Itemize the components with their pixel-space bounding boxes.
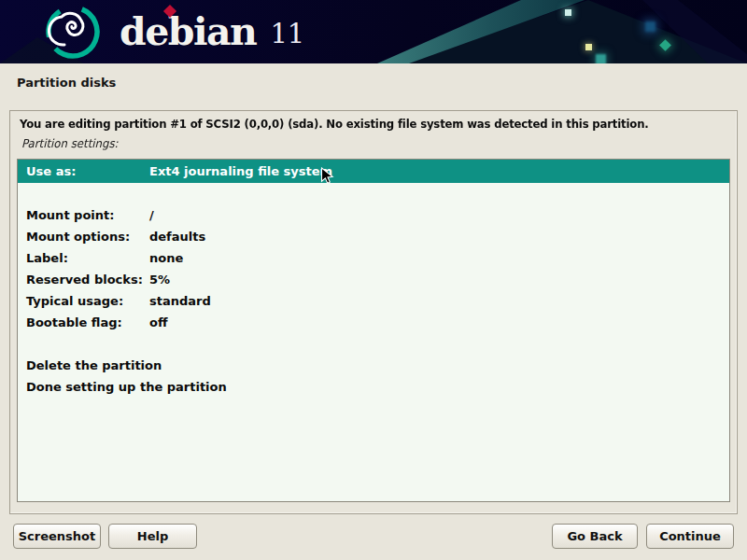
settings-row-delete-partition[interactable]: Delete the partition <box>18 355 729 376</box>
mouse-cursor-icon <box>320 167 334 185</box>
settings-row-spacer <box>18 333 729 355</box>
settings-row-done-setting-up[interactable]: Done setting up the partition <box>18 376 729 398</box>
row-label: Reserved blocks: <box>26 269 143 290</box>
row-value: none <box>149 247 183 269</box>
continue-button[interactable]: Continue <box>646 524 734 549</box>
brand-version: 11 <box>270 18 304 49</box>
brand-name: debian <box>120 9 256 54</box>
row-label: Done setting up the partition <box>26 376 227 398</box>
row-value: standard <box>149 290 211 312</box>
help-button[interactable]: Help <box>108 524 197 549</box>
screenshot-button[interactable]: Screenshot <box>13 524 101 549</box>
brand-wordmark: debian11 <box>120 7 304 56</box>
settings-row-typical-usage[interactable]: Typical usage: standard <box>18 290 729 312</box>
settings-row-bootable-flag[interactable]: Bootable flag: off <box>18 312 729 333</box>
partition-edit-panel: You are editing partition #1 of SCSI2 (0… <box>9 110 738 514</box>
glow-square-white <box>565 9 571 16</box>
settings-row-reserved-blocks[interactable]: Reserved blocks: 5% <box>18 269 729 290</box>
glow-square-yellow <box>585 44 592 50</box>
settings-row-spacer <box>18 183 729 204</box>
settings-row-mount-options[interactable]: Mount options: defaults <box>18 226 729 247</box>
partition-settings-caption: Partition settings: <box>21 136 119 150</box>
row-value: 5% <box>149 269 170 290</box>
settings-row-use-as[interactable]: Use as: Ext4 journaling file system <box>18 160 729 183</box>
banner-artwork <box>0 0 747 63</box>
partition-settings-list[interactable]: Use as: Ext4 journaling file system Moun… <box>17 159 730 502</box>
page-title: Partition disks <box>17 76 116 90</box>
row-label: Mount point: <box>26 204 114 226</box>
row-label: Delete the partition <box>26 355 162 376</box>
debian-swirl-logo <box>43 2 103 62</box>
glow-square-blue <box>645 21 655 32</box>
settings-row-mount-point[interactable]: Mount point: / <box>18 204 729 226</box>
row-label: Label: <box>26 247 68 269</box>
row-label: Use as: <box>26 160 76 183</box>
settings-row-label[interactable]: Label: none <box>18 247 729 269</box>
row-value: / <box>149 204 154 226</box>
partition-info-text: You are editing partition #1 of SCSI2 (0… <box>20 117 649 131</box>
row-value: defaults <box>149 226 205 247</box>
row-value: Ext4 journaling file system <box>149 160 332 183</box>
go-back-button[interactable]: Go Back <box>552 524 638 549</box>
row-value: off <box>149 312 167 333</box>
row-label: Bootable flag: <box>26 312 122 333</box>
glow-square-teal <box>596 54 606 63</box>
installer-banner: debian11 <box>0 0 747 63</box>
row-label: Mount options: <box>26 226 130 247</box>
row-label: Typical usage: <box>26 290 123 312</box>
